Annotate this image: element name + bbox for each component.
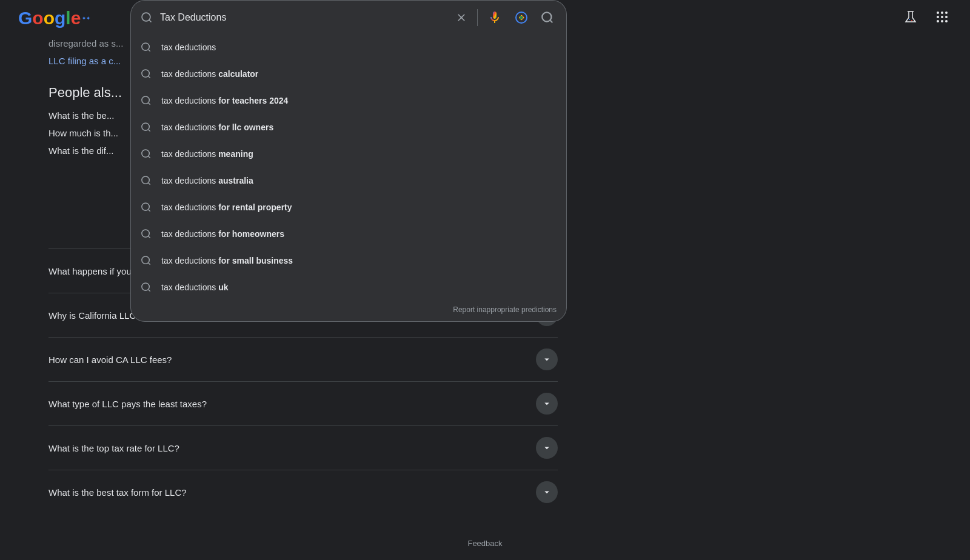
svg-point-10 [945,20,948,22]
faq-expand-btn-2[interactable] [536,348,558,370]
suggestion-item-3[interactable]: tax deductions for teachers 2024 [131,87,566,114]
suggestion-text-6: tax deductions australia [161,176,253,185]
top-right-icons [901,7,952,27]
suggestion-item-8[interactable]: tax deductions for homeowners [131,221,566,247]
labs-icon [903,10,918,24]
svg-point-3 [941,12,943,14]
suggestion-item-6[interactable]: tax deductions australia [131,167,566,194]
search-bar-container: tax deductions tax deductions calculator… [130,0,567,322]
suggestion-text-3: tax deductions for teachers 2024 [161,96,288,105]
search-divider [477,9,478,26]
suggestion-text-5: tax deductions meaning [161,149,253,159]
logo-o1: o [32,8,43,28]
svg-point-1 [911,20,912,21]
svg-point-8 [937,20,939,22]
svg-point-5 [937,16,939,18]
search-bar-icon [141,12,153,24]
clear-button[interactable] [453,9,470,26]
faq-item-text-4: What is the top tax rate for LLC? [48,443,179,453]
svg-point-12 [520,16,523,19]
suggestion-item-9[interactable]: tax deductions for small business [131,247,566,274]
svg-point-9 [941,20,943,22]
faq-item-4: What is the top tax rate for LLC? [48,425,558,470]
faq-expand-btn-3[interactable] [536,393,558,415]
logo-g: G [18,8,32,28]
search-input[interactable] [160,12,446,23]
logo-g2: g [55,8,65,28]
faq-item-5: What is the best tax form for LLC? [48,470,558,514]
labs-button[interactable] [901,7,920,27]
bg-link[interactable]: LLC filing as a c... [48,56,121,66]
suggestion-text-2: tax deductions calculator [161,69,258,79]
search-submit-button[interactable] [538,8,557,27]
svg-point-4 [945,12,948,14]
suggestion-search-icon-2 [141,68,152,79]
google-logo: G o o g l e ✦✦ [18,8,90,28]
faq-item-text-5: What is the best tax form for LLC? [48,487,187,498]
suggestion-text-10: tax deductions uk [161,282,229,292]
svg-point-7 [945,16,948,18]
suggestion-search-icon-7 [141,202,152,213]
faq-item-3: What type of LLC pays the least taxes? [48,381,558,425]
suggestion-item-2[interactable]: tax deductions calculator [131,61,566,87]
search-submit-icon [541,11,554,24]
mic-button[interactable] [485,8,504,27]
suggestion-search-icon-1 [141,42,152,53]
suggestion-text-9: tax deductions for small business [161,256,293,265]
search-dropdown: tax deductions tax deductions calculator… [130,34,567,322]
suggestion-item-10[interactable]: tax deductions uk [131,274,566,301]
faq-item-text-2: How can I avoid CA LLC fees? [48,355,172,365]
faq-item-2: How can I avoid CA LLC fees? [48,337,558,381]
search-input-wrap [160,12,446,23]
svg-point-2 [937,12,939,14]
grid-button[interactable] [932,7,952,27]
suggestion-item-4[interactable]: tax deductions for llc owners [131,114,566,141]
suggestion-search-icon-5 [141,148,152,159]
suggestion-search-icon-8 [141,228,152,239]
grid-icon [935,10,949,24]
feedback-label[interactable]: Feedback [467,539,502,548]
mic-icon [487,10,502,25]
report-predictions-link[interactable]: Report inappropriate predictions [131,301,566,316]
suggestion-search-icon-4 [141,122,152,133]
clear-icon [455,12,467,24]
lens-icon [514,10,529,25]
logo-dots: ✦✦ [82,16,90,21]
suggestion-search-icon-9 [141,255,152,266]
faq-expand-btn-4[interactable] [536,437,558,459]
suggestion-text-4: tax deductions for llc owners [161,122,273,132]
faq-expand-btn-5[interactable] [536,481,558,503]
suggestion-text-7: tax deductions for rental property [161,202,292,212]
faq-item-text-3: What type of LLC pays the least taxes? [48,399,207,409]
svg-point-0 [909,19,910,20]
suggestion-item-5[interactable]: tax deductions meaning [131,141,566,167]
suggestion-text-1: tax deductions [161,42,216,52]
suggestion-search-icon-6 [141,175,152,186]
logo-o2: o [44,8,55,28]
suggestion-text-8: tax deductions for homeowners [161,229,284,239]
search-bar [130,0,567,34]
suggestion-search-icon-10 [141,282,152,293]
svg-point-6 [941,16,943,18]
logo-e: e [71,8,81,28]
suggestion-item-1[interactable]: tax deductions [131,34,566,61]
logo-l: l [65,8,70,28]
suggestion-item-7[interactable]: tax deductions for rental property [131,194,566,221]
lens-button[interactable] [512,8,531,27]
suggestion-search-icon-3 [141,95,152,106]
